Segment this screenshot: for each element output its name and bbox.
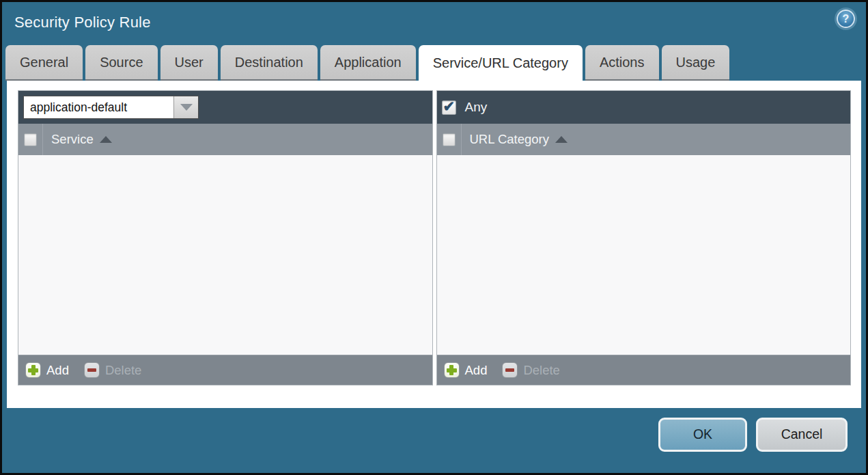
tab-content: Service Add Delete Any [7,81,861,408]
tab-actions[interactable]: Actions [585,45,659,81]
add-button-label: Add [465,363,488,378]
tab-bar: General Source User Destination Applicat… [2,43,866,81]
tab-source[interactable]: Source [85,45,157,81]
add-button-label: Add [46,363,69,378]
ok-button[interactable]: OK [658,418,747,452]
service-select-all-checkbox[interactable] [24,133,37,146]
service-column-header[interactable]: Service [18,124,432,155]
any-checkbox[interactable] [442,100,456,115]
minus-icon [502,362,518,378]
tab-application[interactable]: Application [320,45,416,81]
help-icon[interactable]: ? [837,10,855,28]
cancel-button[interactable]: Cancel [756,418,848,452]
any-checkbox-label: Any [465,100,488,115]
security-policy-rule-dialog: Security Policy Rule ? General Source Us… [0,0,868,475]
service-panel-footer: Add Delete [18,355,432,385]
service-type-combo [23,96,199,119]
column-divider [42,124,43,155]
service-type-input[interactable] [24,96,173,118]
url-category-add-button[interactable]: Add [444,362,488,378]
tab-destination[interactable]: Destination [221,45,318,81]
help-icon-glyph: ? [843,13,850,25]
tab-usage[interactable]: Usage [662,45,730,81]
service-panel-header [18,91,432,124]
service-add-button[interactable]: Add [25,362,69,378]
url-category-column-header[interactable]: URL Category [437,124,851,155]
service-panel: Service Add Delete [18,90,433,385]
chevron-down-icon [180,104,193,111]
plus-icon [25,362,41,378]
delete-button-label: Delete [105,363,141,378]
plus-icon [444,362,460,378]
dialog-titlebar: Security Policy Rule ? [2,2,866,43]
service-delete-button[interactable]: Delete [84,362,141,378]
url-category-column-label: URL Category [470,132,550,147]
delete-button-label: Delete [523,363,559,378]
url-category-list [437,155,851,355]
sort-ascending-icon [100,136,112,143]
url-category-panel-footer: Add Delete [437,355,851,385]
service-list [18,155,432,355]
service-type-dropdown-button[interactable] [173,96,198,118]
dialog-button-row: OK Cancel [2,408,866,473]
url-category-panel-header: Any [437,91,851,124]
dialog-title: Security Policy Rule [14,14,151,31]
minus-icon [84,362,100,378]
tab-service-url-category[interactable]: Service/URL Category [419,45,583,83]
sort-ascending-icon [555,136,568,143]
url-category-select-all-checkbox[interactable] [443,133,456,146]
tab-general[interactable]: General [5,45,83,81]
url-category-panel: Any URL Category Add Delete [436,90,852,385]
url-category-delete-button[interactable]: Delete [502,362,559,378]
tab-user[interactable]: User [160,45,218,81]
service-column-label: Service [51,132,94,147]
column-divider [461,124,462,155]
